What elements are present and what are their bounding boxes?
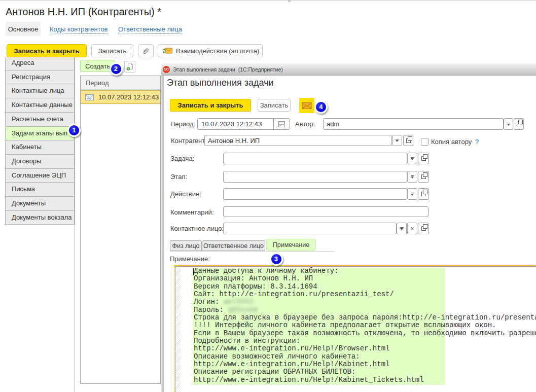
tab-primechanie[interactable]: Примечание (266, 239, 316, 251)
email-exchange-icon (162, 47, 173, 55)
dialog-window: 1С Этап выполнения задачи (1С:Предприяти… (161, 63, 536, 392)
attachment-button[interactable] (138, 44, 154, 57)
masked-value: q8Sxxem (228, 306, 258, 314)
task-dropdown-button[interactable] (407, 153, 417, 164)
sidebar-item-11[interactable]: Документы вокзала (5, 210, 75, 225)
annotation-badge-2: 2 (110, 62, 123, 76)
interactions-button[interactable]: Взаимодействия (эл.почта) (158, 44, 263, 57)
task-label: Задача: (170, 155, 194, 162)
tab-otvetstvennoe-lico-label: Ответственное лицо (203, 242, 264, 250)
sidebar-item-2[interactable]: Контактные лица (5, 84, 75, 98)
envelope-row-icon (85, 94, 94, 100)
period-row-value: 10.07.2023 12:12:43 (98, 93, 159, 101)
dialog-heading: Этап выполнения задачи (167, 78, 274, 88)
contact-field[interactable] (223, 223, 397, 234)
author-label: Автор: (295, 120, 315, 128)
sidebar-item-9[interactable]: Письма (5, 182, 75, 197)
masked-value: ael5552 (224, 298, 254, 306)
dialog-titlebar[interactable]: 1С Этап выполнения задачи (1С:Предприяти… (161, 63, 536, 76)
contact-dropdown-button[interactable] (397, 223, 407, 234)
sidebar-item-7[interactable]: Договоры (5, 154, 75, 169)
tab-fiz-lico-label: Физ лицо (172, 242, 200, 250)
sidebar-item-6[interactable]: Кабинеты (5, 140, 75, 155)
period-column-header[interactable]: Период (81, 76, 160, 90)
new-document-icon (126, 62, 134, 71)
counterparty-field[interactable]: Антонов Н.Н. ИП (204, 135, 392, 146)
save-label: Записать (98, 47, 127, 55)
task-open-button[interactable] (418, 153, 429, 164)
page-title: Антонов Н.Н. ИП (Контрагенты) * (6, 6, 161, 18)
open-icon (406, 138, 411, 143)
period-row-selected[interactable]: 10.07.2023 12:12:43 (81, 90, 160, 104)
sidebar-item-1[interactable]: Регистрация (5, 70, 75, 85)
open-icon (421, 174, 426, 179)
action-dropdown-button[interactable] (407, 188, 417, 200)
counterparty-open-button[interactable] (403, 135, 413, 146)
action-open-button[interactable] (418, 188, 429, 200)
sidebar-item-0[interactable]: Адреса (5, 57, 75, 70)
annotation-badge-1: 1 (67, 124, 81, 137)
stage-open-button[interactable] (418, 171, 429, 183)
dialog-titlebar-text: Этап выполнения задачи (1С:Предприятие) (173, 63, 283, 76)
tab-main[interactable]: Основное (6, 22, 41, 36)
window-top-edge (0, 0, 536, 1)
nav-link-codes[interactable]: Коды контрагентов (50, 25, 108, 33)
nav-link-responsible[interactable]: Ответственные лица (118, 25, 182, 33)
new-document-button[interactable] (124, 61, 135, 73)
period-field[interactable]: 10.07.2023 12:12:43 (197, 118, 290, 130)
period-column-label: Период (86, 79, 109, 87)
author-field[interactable]: adm (323, 118, 504, 130)
save-close-button[interactable]: Записать и закрыть (7, 44, 87, 57)
tab-fiz-lico[interactable]: Физ лицо (170, 240, 202, 251)
counterparty-value: Антонов Н.Н. ИП (208, 137, 260, 145)
sidebar-item-8[interactable]: Соглашение ЭЦП (5, 168, 75, 183)
counterparty-dropdown-button[interactable] (392, 135, 402, 146)
open-icon (421, 226, 426, 231)
window-top-tick (288, 1, 291, 2)
period-label: Период: (170, 120, 195, 128)
save-button[interactable]: Записать (91, 44, 133, 57)
stage-dropdown-button[interactable] (407, 171, 417, 183)
comment-field[interactable] (223, 206, 428, 217)
stage-field[interactable] (223, 171, 407, 183)
note-textarea[interactable]: Данные доступа к личному кабинету: Орган… (175, 266, 536, 392)
task-field[interactable] (223, 153, 407, 164)
calendar-button[interactable] (273, 119, 290, 129)
copy-author-help[interactable]: ? (475, 138, 479, 146)
note-label: Примечание: (170, 255, 210, 263)
author-value: adm (327, 120, 339, 128)
dialog-left-shadow (161, 76, 164, 392)
contact-clear-button[interactable]: × (407, 223, 417, 234)
sidebar-item-10[interactable]: Документы (5, 196, 75, 211)
interactions-label: Взаимодействия (эл.почта) (176, 47, 259, 55)
stage-label: Этап: (170, 173, 187, 181)
dialog-save-button[interactable]: Записать (258, 99, 291, 112)
copy-author-label: Копия автору (431, 138, 472, 146)
counterparty-label: Контрагент: (171, 137, 207, 145)
comment-label: Комментарий: (170, 208, 214, 216)
annotation-badge-4: 4 (314, 100, 328, 114)
calendar-icon (278, 121, 285, 127)
sidebar-item-5[interactable]: Задачи этапы вып (5, 126, 75, 141)
copy-author-checkbox[interactable] (421, 138, 428, 146)
tab-otvetstvennoe-lico[interactable]: Ответственное лицо (202, 240, 265, 251)
tab-main-label: Основное (8, 25, 39, 33)
annotation-badge-3: 3 (270, 253, 283, 266)
author-dropdown-button[interactable] (504, 118, 513, 130)
email-button-highlight[interactable] (299, 98, 314, 113)
open-icon (421, 156, 426, 161)
1c-logo-icon: 1С (163, 66, 170, 73)
author-open-button[interactable] (514, 118, 524, 130)
period-value: 10.07.2023 12:12:43 (201, 120, 262, 128)
dialog-save-close-label: Записать и закрыть (178, 101, 243, 109)
dialog-save-close-button[interactable]: Записать и закрыть (170, 99, 251, 112)
sidebar-item-4[interactable]: Расчетные счета (5, 112, 75, 127)
email-icon (302, 102, 312, 110)
sidebar-item-3[interactable]: Контактные данные (5, 98, 75, 113)
contact-open-button[interactable] (418, 223, 429, 234)
sidebar: АдресаРегистрацияКонтактные лицаКонтактн… (5, 57, 76, 225)
sidebar-separator (75, 57, 75, 392)
contact-label: Контактное лицо: (170, 225, 224, 232)
action-field[interactable] (223, 188, 407, 200)
tab-primechanie-label: Примечание (273, 241, 309, 248)
